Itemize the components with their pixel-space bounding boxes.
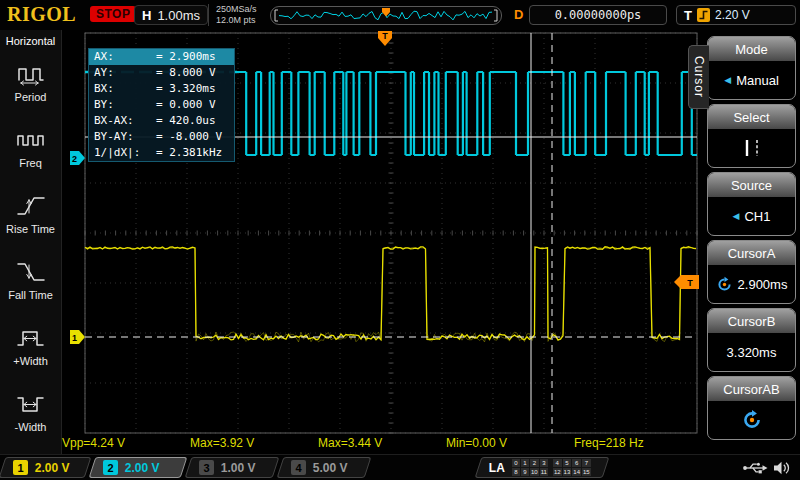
trigger-level-value: 2.20 V bbox=[715, 8, 750, 22]
menu-item-cursora[interactable]: CursorA2.900ms bbox=[707, 240, 796, 304]
svg-text:T: T bbox=[382, 31, 388, 41]
measurement-1: Vpp=4.24 V bbox=[62, 436, 190, 450]
sidebar-item-width[interactable]: +Width bbox=[0, 313, 61, 379]
menu-item-label: Mode bbox=[708, 37, 795, 61]
sidebar-item-label: Fall Time bbox=[8, 290, 53, 301]
menu-item-label: Select bbox=[708, 105, 795, 129]
channel-2-badge: 2 bbox=[103, 460, 118, 475]
trigger-info-group[interactable]: T 2.20 V bbox=[676, 5, 796, 25]
cursor-readout-label: AY: bbox=[94, 65, 156, 81]
sample-rate: 250MSa/s bbox=[216, 4, 257, 15]
cursor-readout-value: = 0.000 V bbox=[156, 97, 229, 113]
cursor-readout-label: BY: bbox=[94, 97, 156, 113]
menu-item-label: CursorA bbox=[708, 241, 795, 265]
trigger-label: T bbox=[684, 8, 692, 23]
sidebar-item-label: Rise Time bbox=[6, 224, 55, 235]
preview-waveform bbox=[271, 7, 501, 24]
usb-icon bbox=[742, 459, 768, 480]
menu-item-value: 3.320ms bbox=[727, 345, 777, 360]
la-digit-grid: 0819210311412513614715 bbox=[512, 459, 591, 476]
cursor-readout-value: = 8.000 V bbox=[156, 65, 229, 81]
svg-text:1: 1 bbox=[72, 333, 77, 343]
sidebar-item-label: Period bbox=[15, 92, 47, 103]
sidebar-item-label: +Width bbox=[13, 356, 48, 367]
channel-3-scale: 1.00 V bbox=[221, 461, 256, 475]
trigger-delay-value[interactable]: 0.00000000ps bbox=[529, 5, 667, 25]
la-label: LA bbox=[489, 461, 505, 475]
cursor-readout-value: = -8.000 V bbox=[156, 129, 229, 145]
channel-2-status[interactable]: 22.00 V bbox=[89, 457, 188, 478]
rotate-icon bbox=[741, 409, 763, 431]
waveform-preview-strip[interactable] bbox=[270, 6, 502, 25]
plus-width-icon bbox=[16, 326, 46, 354]
channel-4-scale: 5.00 V bbox=[313, 461, 348, 475]
menu-item-source[interactable]: Source◀CH1 bbox=[707, 172, 796, 236]
acquisition-info: 250MSa/s 12.0M pts bbox=[208, 4, 257, 26]
channel-4-status[interactable]: 45.00 V bbox=[277, 457, 372, 478]
cursor-readout-label: BX-AX: bbox=[94, 113, 156, 129]
run-state-badge[interactable]: STOP bbox=[90, 6, 136, 22]
speaker-icon bbox=[772, 459, 791, 480]
logic-analyzer-status[interactable]: LA0819210311412513614715 bbox=[475, 457, 610, 478]
channel-1-scale: 2.00 V bbox=[35, 461, 70, 475]
menu-item-mode[interactable]: Mode◀Manual bbox=[707, 36, 796, 100]
top-bar: RIGOL STOP H 1.00ms 250MSa/s 12.0M pts D… bbox=[0, 0, 800, 30]
menu-item-label: CursorB bbox=[708, 309, 795, 333]
channel-1-badge: 1 bbox=[13, 460, 28, 475]
delay-label: D bbox=[514, 7, 523, 22]
measurement-2: Max=3.92 V bbox=[190, 436, 318, 450]
display-area: TT21 AX:= 2.900msAY:= 8.000 VBX:= 3.320m… bbox=[62, 30, 702, 455]
cursor-readout-row-by: BY:= 0.000 V bbox=[89, 97, 234, 113]
sidebar-item-freq[interactable]: Freq bbox=[0, 115, 61, 181]
horizontal-label: H bbox=[142, 8, 151, 23]
sidebar-item-label: -Width bbox=[15, 422, 47, 433]
menu-item-cursorb[interactable]: CursorB3.320ms bbox=[707, 308, 796, 372]
freq-icon bbox=[16, 128, 46, 156]
cursor-readout-label: BY-AY: bbox=[94, 129, 156, 145]
menu-item-label: Source bbox=[708, 173, 795, 197]
svg-text:T: T bbox=[687, 278, 693, 288]
cursor-readout-row-ax: AX:= 2.900ms bbox=[89, 49, 234, 65]
minus-width-icon bbox=[16, 392, 46, 420]
menu-item-value: Manual bbox=[736, 73, 779, 88]
measurement-4: Min=0.00 V bbox=[446, 436, 574, 450]
memory-depth: 12.0M pts bbox=[216, 15, 257, 26]
timebase-value: 1.00ms bbox=[157, 8, 200, 23]
sidebar-item-period[interactable]: Period bbox=[0, 49, 61, 115]
channel-status-bar: 12.00 V22.00 V31.00 V45.00 VLA0819210311… bbox=[0, 454, 800, 480]
measure-category-title: Horizontal bbox=[0, 30, 61, 49]
measurement-5: Freq=218 Hz bbox=[574, 436, 702, 450]
cursor-readout-row-bx-ax: BX-AX:= 420.0us bbox=[89, 113, 234, 129]
cursor-readout-row-1-dx: 1/|dX|:= 2.381kHz bbox=[89, 145, 234, 161]
cursor-readout-box: AX:= 2.900msAY:= 8.000 VBX:= 3.320msBY:=… bbox=[88, 48, 235, 162]
measurement-row: Vpp=4.24 VMax=3.92 VMax=3.44 VMin=0.00 V… bbox=[62, 436, 702, 450]
cursor-readout-row-ay: AY:= 8.000 V bbox=[89, 65, 234, 81]
sidebar-item-fall-time[interactable]: Fall Time bbox=[0, 247, 61, 313]
menu-tab-cursor: Cursor bbox=[688, 45, 709, 109]
option-arrow-icon: ◀ bbox=[733, 212, 740, 221]
cursor-readout-label: 1/|dX|: bbox=[94, 145, 156, 161]
horizontal-timebase-group[interactable]: H 1.00ms bbox=[134, 5, 208, 25]
brand-logo: RIGOL bbox=[7, 3, 76, 26]
menu-item-cursorab[interactable]: CursorAB bbox=[707, 376, 796, 440]
cursor-readout-value: = 2.381kHz bbox=[156, 145, 229, 161]
cursor-readout-label: AX: bbox=[94, 49, 156, 65]
fall-time-icon bbox=[16, 260, 46, 288]
rise-time-icon bbox=[16, 194, 46, 222]
svg-text:2: 2 bbox=[72, 154, 77, 164]
cursor-readout-row-bx: BX:= 3.320ms bbox=[89, 81, 234, 97]
menu-item-select[interactable]: Select bbox=[707, 104, 796, 168]
channel-3-status[interactable]: 31.00 V bbox=[185, 457, 280, 478]
oscilloscope-screen: RIGOL STOP H 1.00ms 250MSa/s 12.0M pts D… bbox=[0, 0, 800, 480]
sidebar-item-rise-time[interactable]: Rise Time bbox=[0, 181, 61, 247]
option-arrow-icon: ◀ bbox=[724, 76, 731, 85]
channel-1-status[interactable]: 12.00 V bbox=[0, 457, 91, 478]
period-icon bbox=[16, 62, 46, 90]
sidebar-item-width[interactable]: -Width bbox=[0, 379, 61, 445]
channel-4-badge: 4 bbox=[291, 460, 306, 475]
cursor-select-icon bbox=[738, 137, 766, 159]
right-menu-panel: Mode◀ManualSelectSource◀CH1CursorA2.900m… bbox=[702, 30, 800, 455]
cursor-readout-value: = 420.0us bbox=[156, 113, 229, 129]
menu-item-value: CH1 bbox=[744, 209, 770, 224]
sidebar-item-label: Freq bbox=[19, 158, 42, 169]
